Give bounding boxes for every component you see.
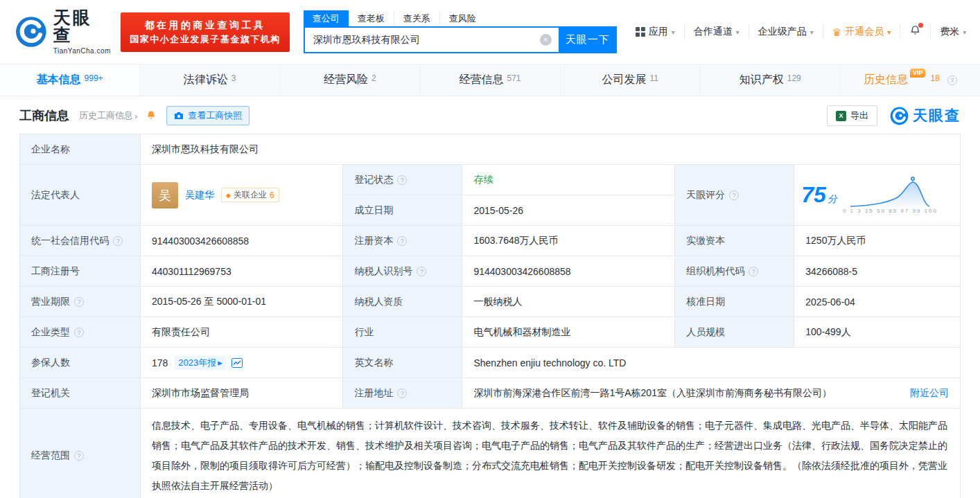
help-icon[interactable]: ?: [729, 190, 739, 200]
label-text: 参保人数: [31, 357, 70, 369]
value-establish-date: 2015-05-26: [462, 195, 675, 226]
value-industry: 电气机械和器材制造业: [462, 317, 675, 348]
registration-authority: 深圳市市场监督管理局: [152, 387, 249, 400]
tab-label: 历史信息: [864, 73, 908, 87]
help-icon[interactable]: ?: [397, 175, 407, 185]
search-area: 查公司 查老板 查关系 查风险 × 天眼一下: [304, 10, 617, 53]
value-registration-number: 440301112969753: [141, 256, 343, 287]
camera-icon: [174, 112, 184, 120]
tab-history-info[interactable]: 历史信息 VIP 18 ?: [840, 64, 980, 96]
tab-company-development[interactable]: 公司发展 11: [560, 64, 700, 96]
label-registered-address: 注册地址 ?: [343, 378, 462, 409]
score-number: 75分: [801, 182, 837, 208]
label-text: 经营范围: [31, 450, 70, 462]
score-chart: 0 1 3 15 50 85 97 99 100: [843, 176, 938, 214]
value-registered-address: 深圳市前海深港合作区前湾一路1号A栋201室（入驻深圳市前海商务秘书有限公司） …: [462, 378, 961, 409]
value-company-name: 深圳市恩玖科技有限公司: [141, 134, 961, 165]
label-text: 纳税人识别号: [354, 265, 412, 278]
right-tools: X 导出 天眼查: [827, 105, 961, 126]
clear-search-icon[interactable]: ×: [540, 34, 552, 46]
business-scope: 信息技术、电子产品、专用设备、电气机械的销售；计算机软件设计、技术咨询、技术服务…: [152, 420, 947, 491]
label-text: 法定代表人: [31, 189, 80, 202]
tab-count: 11: [649, 73, 658, 83]
label-registration-status: 登记状态 ?: [343, 165, 462, 195]
value-registered-capital: 1603.7648万人民币: [462, 226, 675, 256]
label-text: 英文名称: [354, 357, 393, 369]
trend-chart-icon[interactable]: [231, 358, 243, 368]
snapshot-button-label: 查看工商快照: [188, 109, 242, 122]
chevron-down-icon: ▾: [963, 28, 966, 36]
search-tab-relation[interactable]: 查关系: [394, 10, 439, 26]
view-business-snapshot-button[interactable]: 查看工商快照: [166, 106, 250, 125]
tab-label: 知识产权: [740, 73, 784, 87]
tab-legal-proceedings[interactable]: 法律诉讼 3: [139, 64, 279, 96]
label-approval-date: 核准日期: [675, 287, 794, 317]
value-registration-status: 存续: [462, 165, 675, 195]
tab-label: 公司发展: [602, 73, 646, 87]
paid-capital: 1250万人民币: [805, 235, 866, 247]
export-button[interactable]: X 导出: [827, 105, 877, 126]
label-text: 组织机构代码: [686, 265, 744, 278]
search-tab-company[interactable]: 查公司: [304, 10, 349, 26]
registered-address: 深圳市前海深港合作区前湾一路1号A栋201室（入驻深圳市前海商务秘书有限公司）: [473, 387, 900, 400]
history-business-info-link[interactable]: 历史工商信息 ›: [79, 109, 137, 122]
tab-label: 基本信息: [37, 73, 81, 87]
nearby-companies-link[interactable]: 附近公司: [910, 387, 949, 400]
tab-operational-risk[interactable]: 经营风险 2: [279, 64, 419, 96]
legal-rep-link[interactable]: 吴建华: [185, 189, 214, 202]
help-icon[interactable]: ?: [749, 267, 758, 276]
legal-rep-avatar[interactable]: 吴: [152, 182, 178, 208]
related-companies-badge[interactable]: ◆ 关联企业 6: [221, 188, 279, 202]
label-taxpayer-id: 纳税人识别号 ?: [343, 256, 462, 287]
help-icon[interactable]: ?: [397, 389, 407, 398]
export-button-label: 导出: [850, 109, 868, 122]
nav-open-vip[interactable]: ♛ 开通会员 ▾: [823, 24, 900, 39]
chevron-down-icon: ▾: [810, 28, 814, 36]
label-staff-size: 人员规模: [675, 317, 794, 348]
logo-brand: 天眼查: [53, 9, 111, 44]
help-icon[interactable]: ?: [74, 328, 84, 337]
tab-count: 2: [371, 73, 376, 83]
search-button[interactable]: 天眼一下: [559, 26, 617, 53]
nav-user-label: 费米: [940, 26, 959, 38]
logo-text: 天眼查 TianYanCha.com: [53, 9, 111, 55]
search-tab-risk[interactable]: 查风险: [439, 10, 485, 26]
help-icon[interactable]: ?: [113, 236, 123, 246]
tab-count: 129: [787, 73, 801, 83]
search-input[interactable]: [304, 26, 559, 53]
tab-business-info[interactable]: 经营信息 571: [419, 64, 559, 96]
value-registration-authority: 深圳市市场监督管理局: [141, 378, 343, 409]
nav-user[interactable]: 费米 ▾: [930, 24, 975, 39]
header: 天眼查 TianYanCha.com 都在用的商业查询工具 国家中小企业发展子基…: [0, 0, 980, 64]
help-icon[interactable]: ?: [397, 236, 407, 246]
tianyancha-logo[interactable]: 天眼查 TianYanCha.com: [15, 9, 111, 55]
badge-label: 关联企业: [234, 189, 267, 201]
chevron-down-icon: ▾: [887, 28, 891, 36]
nav-apps[interactable]: 应用 ▾: [627, 24, 684, 39]
excel-icon: X: [836, 111, 846, 121]
caret-right-icon: ▸: [218, 357, 222, 368]
help-icon[interactable]: ?: [947, 75, 957, 85]
subscribe-bell-icon[interactable]: [146, 110, 157, 121]
taxpayer-quality: 一般纳税人: [473, 296, 522, 308]
badge-icon: ◆: [226, 192, 231, 199]
label-registered-capital: 注册资本 ?: [343, 226, 462, 256]
chevron-down-icon: ▾: [672, 28, 675, 36]
annual-report-link[interactable]: 2023年报 ▸: [175, 356, 225, 370]
tab-intellectual-property[interactable]: 知识产权 129: [700, 64, 840, 96]
label-company-name: 企业名称: [20, 134, 141, 165]
search-tab-boss[interactable]: 查老板: [349, 10, 394, 26]
nav-partner[interactable]: 合作通道 ▾: [684, 24, 749, 39]
help-icon[interactable]: ?: [74, 451, 84, 461]
value-english-name: Shenzhen enjiu technology co. LTD: [462, 348, 961, 378]
chevron-down-icon: ▾: [736, 28, 740, 36]
nav-notifications[interactable]: [900, 24, 930, 39]
help-icon[interactable]: ?: [417, 267, 426, 276]
label-insured-count: 参保人数: [20, 348, 141, 378]
help-icon[interactable]: ?: [74, 297, 84, 307]
tab-count: 18: [930, 73, 939, 83]
label-tianyan-score: 天眼评分 ?: [675, 165, 794, 226]
nav-enterprise[interactable]: 企业级产品 ▾: [749, 24, 823, 39]
section-bar: 工商信息 历史工商信息 › 查看工商快照 X 导出: [0, 96, 980, 134]
tab-basic-info[interactable]: 基本信息 999+: [0, 64, 139, 96]
